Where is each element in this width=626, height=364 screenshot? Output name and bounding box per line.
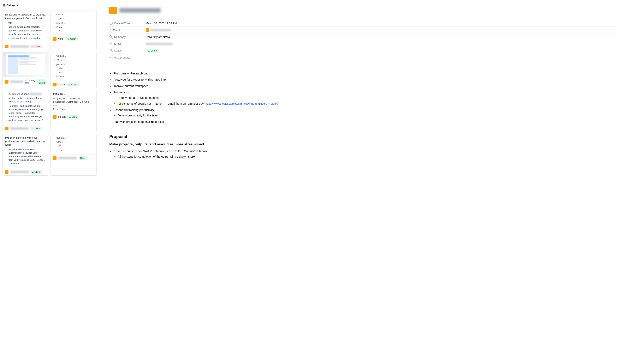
status-badge: 0. Lead	[30, 45, 41, 48]
page-doc-icon	[109, 7, 117, 14]
card-doc-icon	[5, 45, 8, 48]
created-time-value[interactable]: March 10, 2023 12:58 PM	[146, 22, 616, 25]
client-dot-icon	[146, 28, 149, 32]
list-item: All the steps for completion of the outp…	[117, 154, 616, 159]
card-title-blurred	[58, 157, 77, 159]
proposal-heading: Proposal	[109, 134, 616, 139]
property-label: 🔍 Company	[109, 35, 142, 38]
content-section: Physician → Research Lab Prototype for a…	[109, 71, 616, 124]
card-content: I'm looking for a platform to organize t…	[3, 11, 49, 43]
list-item: Dashboard tracking productivity Gamify p…	[114, 108, 616, 118]
card-content: Initial Re... Bonjour, da... concession.…	[51, 90, 97, 113]
card-doc-icon	[53, 37, 57, 41]
list-item[interactable]: 22 personnes chez gestion de l'informati…	[2, 90, 49, 132]
list-item: Gamify productivity for the team	[117, 113, 616, 118]
card-doc-icon	[5, 127, 8, 130]
card-title-suffix: - Training Call	[25, 79, 36, 85]
divider	[109, 67, 616, 67]
status-search-icon: 🔍	[109, 49, 113, 52]
status-badge: 2. Client	[30, 127, 42, 130]
card-content: Build a... Other... P... T...	[51, 134, 97, 154]
add-property-row[interactable]: + Add a property	[109, 54, 616, 61]
status-value[interactable]: 2. Client	[146, 49, 616, 52]
layers-icon: ⊞	[2, 3, 5, 7]
card-footer: 2. Client	[3, 125, 49, 132]
list-item: Physician → Research Lab	[114, 71, 616, 76]
card-title-blurred	[10, 127, 29, 130]
client-name-blurred	[150, 29, 171, 31]
reminder-link[interactable]: https://www.thegist.so/blog/crm-follow-u…	[206, 102, 277, 105]
proposal-section: Proposal Make projects, outputs, and res…	[109, 134, 616, 159]
card-content: Cache... Type: A... Social... Phase... E…	[51, 11, 97, 35]
email-search-icon: 🔍	[109, 42, 113, 45]
gallery-grid: I'm looking for a platform to organize t…	[2, 11, 97, 176]
list-item: Improve current workspace	[114, 84, 616, 88]
status-badge: 2. Client	[30, 170, 42, 173]
status-label: Status	[114, 49, 122, 52]
client-value[interactable]	[146, 28, 616, 32]
client-label: Client	[113, 29, 120, 32]
email-value[interactable]	[146, 42, 616, 45]
card-footer: Florian 2. Client	[51, 113, 97, 120]
status-badge: Other	[78, 156, 87, 160]
property-client: ↗ Client	[109, 27, 616, 33]
property-label: 🔍 Email	[109, 42, 142, 45]
email-blurred	[146, 43, 173, 45]
card-footer: 2. Client	[3, 168, 49, 175]
card-image	[3, 52, 49, 77]
card-title-blurred	[10, 171, 29, 173]
card-content: worksp... 22 me... permiss... d... e... …	[51, 52, 97, 81]
property-label: 🕐 Created Time	[109, 22, 142, 25]
company-label: Company	[114, 35, 126, 38]
search-icon: 🔍	[109, 35, 113, 38]
list-item: Prototype for a Website (with shared inf…	[114, 77, 616, 82]
clock-icon: 🕐	[109, 22, 113, 25]
card-footer: Victor 2. Client	[51, 35, 97, 42]
card-title-blurred	[10, 45, 29, 48]
list-item: Start with projects, outputs & resources	[114, 120, 616, 124]
plus-icon: +	[109, 56, 111, 59]
property-status: 🔍 Status 2. Client	[109, 47, 616, 54]
list-item[interactable]: I'm looking for a platform to organize t…	[2, 11, 49, 50]
card-footer: Others 2. Client	[51, 81, 97, 88]
list-item[interactable]: - Training Call 2. Client	[2, 52, 49, 88]
status-badge: 2. Client	[37, 79, 46, 85]
card-title: Florian	[58, 115, 66, 118]
gallery-title: Gallery	[6, 4, 15, 7]
property-label: 🔍 Status	[109, 49, 142, 52]
list-item: Create an "Actions" or "Tasks" database,…	[114, 149, 616, 159]
card-title-blurred	[10, 80, 23, 83]
card-doc-icon	[5, 170, 8, 174]
card-content: I've been tinkering with your problem, a…	[3, 134, 49, 168]
card-title: Victor	[58, 37, 64, 40]
created-time-label: Created Time	[114, 22, 130, 25]
card-content: 22 personnes chez gestion de l'informati…	[3, 90, 49, 125]
list-item[interactable]: worksp... 22 me... permiss... d... e... …	[50, 52, 97, 88]
email-label: Email	[114, 42, 121, 45]
right-panel: 🕐 Created Time March 10, 2023 12:58 PM ↗…	[99, 0, 626, 364]
list-item: todo items of people not in Notion → ema…	[117, 101, 616, 106]
card-footer: Other	[51, 154, 97, 162]
property-created-time: 🕐 Created Time March 10, 2023 12:58 PM	[109, 20, 616, 27]
list-item[interactable]: Build a... Other... P... T... Other	[50, 134, 97, 176]
property-label: ↗ Client	[109, 28, 142, 32]
page-header	[109, 7, 616, 14]
gallery-chevron: ▾	[17, 4, 18, 7]
list-item[interactable]: Initial Re... Bonjour, da... concession.…	[50, 90, 97, 132]
todo-text: todo	[117, 102, 126, 105]
left-panel: ⊞ Gallery ▾ I'm looking for a platform t…	[0, 0, 99, 364]
list-item: Automations Retrieve email in Notion (Gm…	[114, 90, 616, 106]
list-item[interactable]: Cache... Type: A... Social... Phase... E…	[50, 11, 97, 50]
status-badge: 2. Client	[67, 115, 79, 119]
list-item[interactable]: I've been tinkering with your problem, a…	[2, 134, 49, 176]
list-item: Retrieve email in Notion (Gmail)	[117, 96, 616, 100]
proposal-subheading: Make projects, outputs, and resources mo…	[109, 142, 616, 146]
card-footer: - Training Call 2. Client	[3, 77, 49, 86]
card-doc-icon	[53, 115, 57, 119]
company-value[interactable]: University of Ottawa	[146, 35, 616, 38]
arrow-icon: ↗	[109, 28, 112, 32]
page-title-blurred	[119, 8, 161, 13]
gallery-header[interactable]: ⊞ Gallery ▾	[2, 3, 97, 7]
property-company: 🔍 Company University of Ottawa	[109, 33, 616, 40]
card-title: Others	[58, 83, 66, 86]
